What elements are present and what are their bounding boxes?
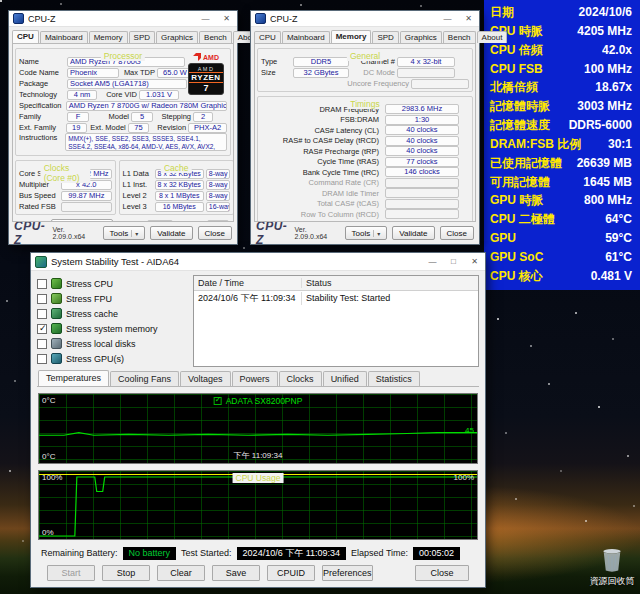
aida-tab[interactable]: Voltages: [180, 371, 231, 386]
cache-way-value: 8-way: [206, 191, 230, 201]
stat-label: 日期: [490, 4, 514, 21]
stat-value: 1645 MB: [583, 174, 632, 191]
validate-button[interactable]: Validate: [392, 226, 434, 240]
log-table-row: 2024/10/6 下午 11:09:34 Stability Test: St…: [194, 291, 478, 305]
cpuz-tab[interactable]: CPU: [12, 30, 39, 43]
stress-option-list: Stress CPU Stress FPU Stress cache: [37, 275, 185, 367]
maximize-button[interactable]: □: [445, 256, 462, 268]
temperature-line: [39, 433, 477, 436]
field-label: Stepping: [155, 112, 191, 121]
stress-checkbox[interactable]: [37, 294, 47, 304]
stress-checkbox[interactable]: [37, 354, 47, 364]
timing-label: RAS# Precharge (tRP): [261, 147, 383, 156]
field-label: Uncore Frequency: [347, 79, 409, 88]
close-icon[interactable]: ✕: [466, 256, 483, 268]
cpuz-logo: CPU-Z: [256, 219, 290, 247]
cpuz-tab[interactable]: About: [477, 31, 508, 43]
timing-label: RAS# to CAS# Delay (tRCD): [261, 136, 383, 145]
cpuz-tab[interactable]: Graphics: [156, 31, 198, 43]
titlebar[interactable]: CPU-Z — ✕: [251, 11, 479, 27]
cpuz-tab[interactable]: Bench: [443, 31, 476, 43]
cpuz-tab[interactable]: CPU: [254, 31, 281, 43]
minimize-button[interactable]: —: [424, 256, 441, 268]
column-header: Date / Time: [194, 278, 302, 288]
y-axis-right-label: 100%: [454, 473, 474, 482]
aida-button[interactable]: Stop: [102, 565, 150, 581]
stress-option-label: Stress FPU: [66, 294, 112, 304]
legend-checkbox[interactable]: [214, 397, 222, 405]
core-vid-value: 1.031 V: [139, 90, 179, 100]
stress-option-label: Stress cache: [66, 309, 118, 319]
tools-button[interactable]: Tools▾: [345, 226, 388, 240]
stat-value: 26639 MB: [577, 155, 632, 172]
stress-checkbox[interactable]: [37, 324, 47, 334]
code-name-value: Phoenix: [67, 68, 119, 78]
stress-option[interactable]: Stress local disks: [37, 337, 185, 350]
version-text: Ver. 2.09.0.x64: [53, 226, 93, 240]
titlebar[interactable]: System Stability Test - AIDA64 — □ ✕: [31, 253, 485, 271]
dc-mode-value: [397, 68, 455, 78]
validate-button[interactable]: Validate: [150, 226, 192, 240]
aida-button[interactable]: Preferences: [322, 565, 373, 581]
aida-tab[interactable]: Powers: [232, 371, 278, 386]
aida-button[interactable]: CPUID: [267, 565, 315, 581]
graph-title: CPU Usage: [233, 473, 284, 483]
aida-tab[interactable]: Unified: [323, 371, 367, 386]
elapsed-time-badge: 00:05:02: [413, 547, 460, 560]
aida-tab[interactable]: Statistics: [368, 371, 420, 386]
stat-label: GPU 時脈: [490, 192, 543, 209]
cpuz-tab[interactable]: Memory: [331, 30, 372, 43]
cpuz-tab[interactable]: Mainboard: [40, 31, 88, 43]
timing-value: [385, 188, 459, 198]
stress-option[interactable]: Stress GPU(s): [37, 352, 185, 365]
stress-option[interactable]: Stress system memory: [37, 322, 185, 335]
stat-value: 4205 MHz: [577, 23, 632, 40]
stat-value: 42.0x: [602, 42, 632, 59]
cpuz-tab[interactable]: Mainboard: [282, 31, 330, 43]
cpuz-tab[interactable]: Bench: [199, 31, 232, 43]
stat-value: 800 MHz: [584, 192, 632, 209]
stress-checkbox[interactable]: [37, 279, 47, 289]
close-icon[interactable]: ✕: [460, 13, 477, 25]
aida-button[interactable]: Start: [47, 565, 95, 581]
battery-status-badge: No battery: [123, 547, 177, 560]
sidebar-stat-row: CPU 二極體 64°C: [490, 211, 632, 228]
minimize-button[interactable]: —: [439, 13, 456, 25]
stress-checkbox[interactable]: [37, 339, 47, 349]
close-button[interactable]: Close: [198, 226, 232, 240]
aida-tab[interactable]: Cooling Fans: [110, 371, 179, 386]
aida-button[interactable]: Clear: [157, 565, 205, 581]
field-label: Core VID: [99, 90, 137, 99]
timing-value: 40 clocks: [385, 125, 459, 135]
aida-tab[interactable]: Temperatures: [38, 370, 109, 386]
aida-tab[interactable]: Clocks: [279, 371, 322, 386]
cpuz-tab[interactable]: SPD: [129, 31, 155, 43]
recycle-bin[interactable]: 資源回收筒: [582, 547, 640, 588]
stress-option[interactable]: Stress CPU: [37, 277, 185, 290]
socket-select[interactable]: Socket #1▾: [51, 219, 113, 222]
threads-value: 16: [207, 220, 229, 222]
close-button[interactable]: Close: [415, 565, 469, 581]
minimize-button[interactable]: —: [197, 13, 214, 25]
cpuz-tab[interactable]: Graphics: [400, 31, 442, 43]
cpuz-icon: [255, 13, 266, 24]
sidebar-stat-row: 北橋倍頻 18.67x: [490, 79, 632, 96]
cpuz-tab[interactable]: SPD: [372, 31, 398, 43]
close-icon[interactable]: ✕: [218, 13, 235, 25]
revision-value: PHX-A2: [188, 123, 227, 133]
y-axis-bottom-label: 0°C: [42, 452, 55, 461]
stress-option[interactable]: Stress FPU: [37, 292, 185, 305]
titlebar[interactable]: CPU-Z — ✕: [9, 11, 237, 27]
cpuz-tab[interactable]: Memory: [89, 31, 128, 43]
log-table-header: Date / Time Status: [194, 276, 478, 291]
y-axis-bottom-label: 0%: [42, 528, 54, 537]
group-title: Timings: [347, 99, 382, 109]
cpuz-footer: CPU-Z Ver. 2.09.0.x64 Tools▾ Validate Cl…: [251, 222, 479, 244]
tools-button[interactable]: Tools▾: [103, 226, 146, 240]
close-button[interactable]: Close: [440, 226, 474, 240]
field-label: Ext. Family: [19, 123, 64, 132]
aida-button[interactable]: Save: [212, 565, 260, 581]
stress-option[interactable]: Stress cache: [37, 307, 185, 320]
stress-option-label: Stress system memory: [66, 324, 158, 334]
stress-checkbox[interactable]: [37, 309, 47, 319]
